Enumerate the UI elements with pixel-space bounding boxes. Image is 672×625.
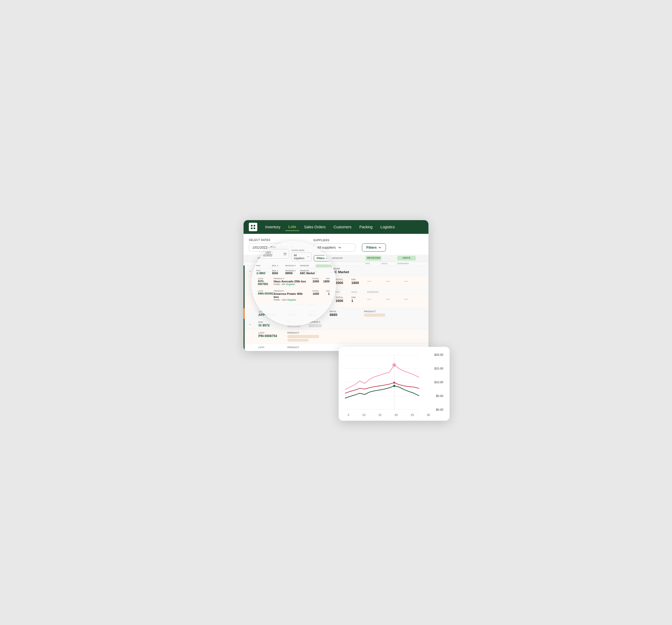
lot-empty-label: LOT# bbox=[258, 346, 287, 349]
suppliers-label: SUPPLIERS bbox=[313, 239, 356, 242]
sh2-sold: SOLD bbox=[351, 291, 367, 293]
sold-1b-pill bbox=[386, 299, 390, 300]
svg-rect-0 bbox=[251, 225, 253, 226]
mag-table-header: PO# BOL # INVOICE # VENDOR RECEIVED UNIT… bbox=[256, 265, 331, 269]
mag-bol-label: BOL # bbox=[272, 270, 285, 272]
mag-prod-1-sub: Fresh - MX Organic bbox=[274, 283, 309, 285]
lot-3-label: LOT# bbox=[258, 331, 287, 334]
col-vendor: VENDOR bbox=[331, 256, 366, 260]
supplier-value: All suppliers bbox=[317, 246, 336, 249]
sub-expenses-1: EXPENSES bbox=[397, 262, 416, 265]
x-label-30: 30 bbox=[427, 413, 430, 417]
svg-point-16 bbox=[257, 273, 258, 274]
nav-lots[interactable]: Lots bbox=[285, 223, 299, 231]
x-label-5: 5 bbox=[347, 413, 349, 417]
po-3-header: ⌄ PO# 8572 BOL # INVOICE # bbox=[245, 319, 429, 329]
lot-row-3: LOT# PIN-0008754 PRODUCT bbox=[245, 329, 429, 344]
chart-y-labels: $20.00 $15.00 $10.00 $5.00 $0.00 bbox=[434, 353, 443, 411]
chart-dot-green bbox=[393, 385, 395, 387]
mag-lot-2-label: LOT# bbox=[258, 290, 274, 292]
mag-oh-2-value: 1 bbox=[319, 292, 330, 295]
navbar: Inventory Lots Sales Orders Customers Pa… bbox=[243, 220, 429, 234]
po-row-3: ⌄ PO# 8572 BOL # INVOICE # bbox=[243, 319, 429, 351]
magnifier-overlay: SELECT DATES.S 1/01/2022 - 01/31/2022 SU… bbox=[251, 241, 336, 326]
inv-2-label: INVOI bbox=[330, 310, 364, 313]
oh-1b-value: 1 bbox=[351, 299, 367, 303]
y-label-15: $15.00 bbox=[434, 367, 443, 370]
svg-rect-3 bbox=[254, 227, 255, 229]
x-label-10: 10 bbox=[362, 413, 365, 417]
mag-po-row: PO# 8803 BOL # 8568 INVOICE # 88956 VEND… bbox=[256, 270, 331, 275]
prod-3-label: PRODUCT bbox=[287, 331, 425, 334]
mag-oh-2-label: O/H bbox=[319, 290, 330, 292]
mag-inv-label: INVOICE # bbox=[285, 270, 300, 272]
app-container: Inventory Lots Sales Orders Customers Pa… bbox=[243, 220, 429, 405]
mag-bol-value: 8568 bbox=[272, 272, 285, 275]
mag-prod-1-label: PRODUCT bbox=[274, 277, 309, 280]
mag-supplier-select[interactable]: All suppliers bbox=[291, 252, 312, 261]
mag-supplier-value: All suppliers bbox=[294, 254, 306, 260]
mag-total-1-label: TOTAL bbox=[309, 277, 319, 280]
mag-prod-2-sub: Fresh - USA Organic bbox=[274, 299, 309, 301]
po-1-expand[interactable]: ⌄ bbox=[248, 269, 252, 273]
chart-dot-pink bbox=[393, 364, 395, 366]
mag-h-recv: RECEIVED bbox=[316, 265, 329, 267]
filters-btn-label: Filters bbox=[366, 246, 377, 249]
prod-2-label: PRODUCT bbox=[364, 310, 425, 313]
prod-3-placeholder bbox=[287, 335, 319, 338]
mag-lot-2-num: AMA-003452 bbox=[258, 292, 274, 295]
sh2-exp: EXPENSES bbox=[367, 291, 386, 293]
svg-rect-2 bbox=[251, 227, 253, 229]
y-label-0: $0.00 bbox=[434, 408, 443, 411]
mag-h-po: PO# bbox=[256, 265, 272, 267]
nav-packing[interactable]: Packing bbox=[356, 223, 376, 231]
mag-lot-1-label: LOT# bbox=[258, 277, 274, 280]
vendor-1-label: VENDOR bbox=[330, 267, 364, 270]
total-1a-label: TOTAL bbox=[335, 278, 351, 281]
y-label-5: $5.00 bbox=[434, 394, 443, 398]
prod-2-placeholder bbox=[364, 314, 385, 317]
x-label-25: 25 bbox=[411, 413, 414, 417]
sub-rts-1: RTS bbox=[366, 262, 381, 265]
mag-filter-label: Filters bbox=[317, 257, 325, 260]
nav-customers[interactable]: Customers bbox=[331, 223, 355, 231]
mag-lot-1: LOT# AVO-0007855 PRODUCT Hass Avocado 20… bbox=[256, 276, 331, 287]
chart-x-labels: 5 10 15 20 25 30 bbox=[345, 411, 443, 417]
mag-oh-1-label: O/H bbox=[319, 277, 330, 280]
mag-h-vendor: VENDOR bbox=[300, 265, 316, 267]
dates-label: SELECT DATES bbox=[249, 239, 307, 242]
mag-h-inv: INVOICE # bbox=[285, 265, 300, 267]
exp-1b-pill bbox=[404, 299, 408, 300]
mag-h-bol: BOL # bbox=[272, 265, 285, 267]
sold-1a-pill bbox=[386, 281, 390, 282]
nav-sales-orders[interactable]: Sales Orders bbox=[301, 223, 329, 231]
mag-lot-2-grid: LOT# AMA-003452 PRODUCT Amarosa Potato 4… bbox=[258, 290, 330, 301]
y-label-10: $10.00 bbox=[434, 381, 443, 384]
mag-organic-2: Organic bbox=[287, 299, 296, 301]
svg-rect-14 bbox=[284, 253, 286, 255]
oh-1a-value: 1800 bbox=[351, 281, 367, 285]
app-logo[interactable] bbox=[249, 223, 257, 231]
inv-2-value: 8885 bbox=[330, 313, 364, 317]
inv-3-placeholder bbox=[309, 324, 322, 327]
mag-total-2-value: 1600 bbox=[309, 292, 319, 295]
filters-button[interactable]: Filters bbox=[362, 243, 386, 252]
nav-inventory[interactable]: Inventory bbox=[262, 223, 284, 231]
mag-po-value: 8803 bbox=[256, 272, 272, 275]
sh2-rts: RTS bbox=[335, 291, 351, 293]
chart-svg bbox=[345, 353, 443, 411]
po-3-expand[interactable]: ⌄ bbox=[248, 322, 252, 326]
chart-area: $20.00 $15.00 $10.00 $5.00 $0.00 bbox=[345, 353, 443, 411]
total-1b-value: 1600 bbox=[335, 299, 351, 303]
po-3-value: 8572 bbox=[263, 324, 270, 327]
nav-logistics[interactable]: Logistics bbox=[377, 223, 398, 231]
chart-line-green bbox=[345, 386, 419, 398]
rts-1b-pill bbox=[367, 299, 371, 300]
mag-vendor-value: ABC Market bbox=[300, 272, 316, 275]
svg-rect-1 bbox=[254, 225, 255, 226]
lot-3-num: PIN-0008754 bbox=[258, 334, 287, 338]
mag-lot-1-grid: LOT# AVO-0007855 PRODUCT Hass Avocado 20… bbox=[258, 277, 330, 285]
mag-inv-value: 88956 bbox=[285, 272, 300, 275]
mag-vendor-label: VENDOR bbox=[300, 270, 316, 272]
mag-organic-1: Organic bbox=[286, 283, 295, 285]
